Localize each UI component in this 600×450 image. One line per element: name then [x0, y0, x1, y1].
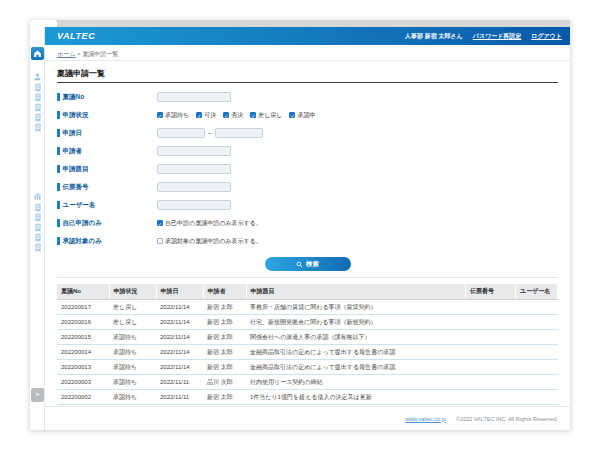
table-cell — [516, 330, 558, 345]
document-icon[interactable] — [30, 103, 45, 112]
filter-row-applicant: 申請者 — [57, 142, 558, 160]
table-cell — [466, 315, 516, 330]
table-row[interactable]: 202200013承認待ち2022/11/14新宿 太郎金融商品取引法の定めによ… — [57, 360, 558, 375]
status-checkbox-group: ✓承認待ち✓可決✓否決✓差し戻し✓承認中 — [157, 111, 315, 120]
table-cell: 差し戻し — [109, 315, 156, 330]
status-option-label: 否決 — [231, 111, 243, 120]
table-cell: 2022/11/14 — [156, 300, 203, 315]
table-header-row: 稟議No 申請状況 申請日 申請者 申請題目 伝票番号 ユーザー名 — [57, 284, 558, 300]
status-checkbox[interactable]: ✓ — [250, 112, 256, 118]
table-cell: 202200016 — [57, 315, 109, 330]
person-icon[interactable] — [30, 72, 45, 81]
status-checkbox[interactable]: ✓ — [223, 112, 229, 118]
browser-strip — [30, 20, 570, 27]
document-icon[interactable] — [30, 203, 45, 212]
apply-date-from-input[interactable] — [157, 128, 205, 138]
filter-row-slip-no: 伝票番号 — [57, 178, 558, 196]
table-cell — [466, 390, 516, 405]
table-cell: 社宅、新規開発拠点に関わる事項（新規契約） — [246, 315, 466, 330]
password-reset-link[interactable]: パスワード再設定 — [473, 32, 522, 41]
status-checkbox-option[interactable]: ✓差し戻し — [250, 111, 282, 120]
col-header-user-name: ユーザー名 — [516, 284, 558, 300]
sidebar-home-button[interactable] — [31, 47, 44, 60]
document-icon[interactable] — [30, 233, 45, 242]
slip-no-label: 伝票番号 — [57, 183, 157, 192]
user-name-input[interactable] — [157, 200, 231, 210]
search-button[interactable]: 検索 — [265, 257, 351, 271]
document-icon[interactable] — [30, 223, 45, 232]
table-row[interactable]: 202200016差し戻し2022/11/14新宿 太郎社宅、新規開発拠点に関わ… — [57, 315, 558, 330]
table-row[interactable]: 202200002承認待ち2022/11/11新宿 太郎1件当たり1億円を超える… — [57, 390, 558, 405]
status-checkbox[interactable]: ✓ — [196, 112, 202, 118]
document-icon[interactable] — [30, 93, 45, 102]
building-icon[interactable] — [30, 192, 45, 201]
self-only-text: 自己申請の稟議申請のみ表示する。 — [165, 219, 262, 228]
table-cell — [466, 375, 516, 390]
col-header-applicant: 申請者 — [203, 284, 246, 300]
table-cell — [516, 360, 558, 375]
status-checkbox[interactable]: ✓ — [157, 112, 163, 118]
table-row[interactable]: 202200003承認待ち2022/11/11品川 次郎社内使用リース契約の締結 — [57, 375, 558, 390]
table-cell: 承認待ち — [109, 345, 156, 360]
ringi-no-input[interactable] — [157, 92, 231, 102]
table-cell: 社内使用リース契約の締結 — [246, 375, 466, 390]
document-icon[interactable] — [30, 213, 45, 222]
status-checkbox-option[interactable]: ✓否決 — [223, 111, 243, 120]
app-window: VALTEC 人事部 新宿 太郎さん パスワード再設定 ログアウト — [30, 20, 570, 430]
table-cell — [466, 300, 516, 315]
main-content: ホーム > 稟議申請一覧 稟議申請一覧 稟議No 申請状況 ✓承認待ち✓可決✓否… — [45, 45, 570, 430]
table-cell: 202200015 — [57, 330, 109, 345]
filter-row-user-name: ユーザー名 — [57, 196, 558, 214]
status-checkbox-option[interactable]: ✓承認待ち — [157, 111, 189, 120]
table-cell: 202200002 — [57, 390, 109, 405]
logout-link[interactable]: ログアウト — [531, 32, 562, 41]
filter-row-subject: 申請題目 — [57, 160, 558, 178]
approval-target-only-label: 承認対象のみ — [57, 237, 157, 246]
table-cell: 品川 次郎 — [203, 375, 246, 390]
apply-date-to-input[interactable] — [215, 128, 263, 138]
table-cell: 新宿 太郎 — [203, 360, 246, 375]
table-cell: 2022/11/14 — [156, 345, 203, 360]
table-cell — [516, 300, 558, 315]
self-only-label: 自己申請のみ — [57, 219, 157, 228]
table-cell — [516, 390, 558, 405]
status-label: 申請状況 — [57, 111, 157, 120]
breadcrumb-current: 稟議申請一覧 — [82, 51, 118, 57]
search-button-label: 検索 — [306, 260, 319, 269]
table-cell: 202200003 — [57, 375, 109, 390]
subject-input[interactable] — [157, 164, 231, 174]
results-table: 稟議No 申請状況 申請日 申請者 申請題目 伝票番号 ユーザー名 202200… — [57, 284, 558, 420]
applicant-input[interactable] — [157, 146, 231, 156]
table-row[interactable]: 202200014承認待ち2022/11/14新宿 太郎金融商品取引法の定めによ… — [57, 345, 558, 360]
table-cell: 新宿 太郎 — [203, 330, 246, 345]
status-checkbox-option[interactable]: ✓承認中 — [289, 111, 315, 120]
filter-row-ringi-no: 稟議No — [57, 88, 558, 106]
footer-link[interactable]: www.valtec.co.jp — [405, 416, 446, 422]
table-row[interactable]: 202200017差し戻し2022/11/14新宿 太郎事務所・店舗の賃貸に関わ… — [57, 300, 558, 315]
breadcrumb-home-link[interactable]: ホーム — [57, 51, 75, 57]
table-cell: 金融商品取引法の定めによって提出する報告書の承認 — [246, 345, 466, 360]
self-only-checkbox[interactable]: ✓ — [157, 220, 163, 226]
document-icon[interactable] — [30, 123, 45, 132]
status-option-label: 可決 — [204, 111, 216, 120]
table-cell: 差し戻し — [109, 300, 156, 315]
table-cell: 新宿 太郎 — [203, 390, 246, 405]
document-icon[interactable] — [30, 113, 45, 122]
approval-target-only-checkbox[interactable] — [157, 238, 163, 244]
valtec-logo: VALTEC — [57, 31, 95, 41]
user-name-label: ユーザー名 — [57, 201, 157, 210]
status-checkbox-option[interactable]: ✓可決 — [196, 111, 216, 120]
sidebar-expand-button[interactable]: » — [31, 388, 44, 402]
table-row[interactable]: 202200015承認待ち2022/11/14新宿 太郎関係会社への派遣人事の承… — [57, 330, 558, 345]
slip-no-input[interactable] — [157, 182, 231, 192]
sidebar: » — [30, 27, 45, 430]
table-cell: 新宿 太郎 — [203, 315, 246, 330]
table-cell: 関係会社への派遣人事の承認（課長格以下） — [246, 330, 466, 345]
document-icon[interactable] — [30, 243, 45, 252]
document-icon[interactable] — [30, 83, 45, 92]
status-checkbox[interactable]: ✓ — [289, 112, 295, 118]
status-option-label: 差し戻し — [258, 111, 282, 120]
browser-tab[interactable] — [30, 20, 57, 27]
col-header-status: 申請状況 — [109, 284, 156, 300]
table-cell: 2022/11/11 — [156, 375, 203, 390]
